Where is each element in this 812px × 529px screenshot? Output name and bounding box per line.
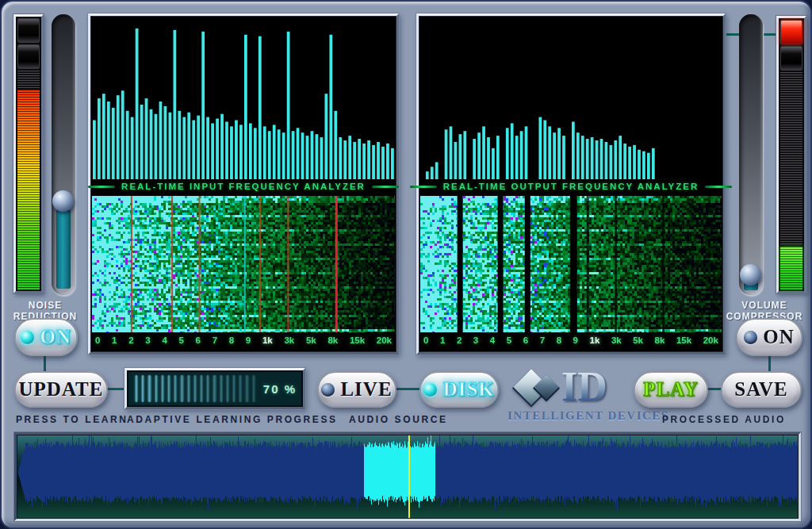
frequency-tick-label: 20k: [377, 335, 392, 345]
progress-segment: [220, 375, 223, 402]
progress-segment: [187, 375, 190, 402]
intelligent-devices-tagline: INTELLIGENT DEVICES: [508, 409, 669, 423]
noise-reduction-on-label: ON: [40, 326, 71, 348]
frequency-tick-label: 4: [162, 335, 167, 345]
adaptive-learning-progress-bar: 70 %: [124, 368, 305, 409]
update-label: UPDATE: [19, 378, 104, 401]
meter-grill: [780, 72, 802, 245]
title-rule-right: [372, 186, 399, 188]
output-spectrum-bars: [420, 21, 722, 179]
frequency-tick-label: 7: [213, 335, 217, 345]
frequency-tick-label: 5: [507, 335, 511, 345]
noise-reduction-led-icon: [21, 331, 34, 344]
volume-compressor-slider[interactable]: [739, 14, 763, 295]
input-spectrum-bars: [92, 21, 395, 179]
meter-green-bar: [780, 247, 802, 289]
frequency-tick-label: 8: [557, 335, 561, 345]
volume-compressor-on-label: ON: [763, 326, 795, 348]
output-analyzer-title: REAL-TIME OUTPUT FREQUENCY ANALYZER: [420, 180, 722, 193]
progress-segment: [226, 375, 229, 402]
frequency-tick-label: 1k: [590, 335, 600, 345]
progress-segment: [245, 375, 248, 402]
progress-segment: [206, 375, 209, 402]
meter-peak-cell: [17, 18, 40, 43]
progress-segment: [174, 375, 177, 402]
frequency-tick-label: 20k: [703, 335, 718, 345]
volume-compressor-led-icon: [744, 331, 757, 344]
progress-segment: [252, 375, 255, 402]
progress-segment: [200, 375, 203, 402]
noise-reduction-slider[interactable]: [52, 14, 75, 295]
output-spectrogram: [420, 196, 722, 332]
id-logo-text: ID: [561, 368, 607, 406]
frequency-tick-label: 5: [178, 335, 183, 345]
progress-segment: [180, 375, 183, 402]
noise-reduction-on-button[interactable]: ON: [14, 318, 78, 356]
frequency-tick-label: 4: [490, 335, 495, 345]
progress-segment: [193, 375, 197, 402]
volume-compressor-on-button[interactable]: ON: [736, 318, 802, 356]
frequency-tick-label: 1: [112, 335, 117, 345]
progress-segment: [141, 375, 144, 402]
frequency-tick-label: 2: [128, 335, 133, 345]
frequency-tick-label: 15k: [350, 335, 365, 345]
input-analyzer-title: REAL-TIME INPUT FREQUENCY ANALYZER: [92, 180, 395, 193]
progress-segment: [167, 375, 170, 402]
frequency-tick-label: 3k: [611, 335, 622, 345]
output-analyzer-panel: REAL-TIME OUTPUT FREQUENCY ANALYZER 0123…: [416, 13, 726, 355]
update-button[interactable]: UPDATE: [14, 371, 108, 408]
progress-segment: [213, 375, 216, 402]
audio-source-caption: AUDIO SOURCE: [349, 414, 448, 425]
live-button[interactable]: LIVE: [317, 371, 396, 408]
intelligent-devices-logo: ID: [517, 367, 607, 407]
frequency-tick-label: 2: [457, 335, 462, 345]
wire-play-to-save: [707, 388, 722, 390]
frequency-tick-label: 6: [523, 335, 528, 345]
frequency-tick-label: 6: [196, 335, 201, 345]
play-label: PLAY: [643, 378, 699, 401]
press-to-learn-caption: PRESS TO LEARN: [16, 414, 128, 425]
frequency-tick-label: 8: [229, 335, 234, 345]
frequency-tick-label: 9: [573, 335, 578, 345]
title-rule-left: [88, 186, 115, 188]
output-frequency-scale: 01234567891k3k5k8k15k20k: [423, 335, 718, 345]
frequency-tick-label: 9: [246, 335, 251, 345]
noise-reduction-slider-knob[interactable]: [52, 190, 74, 212]
app-window: NOISE REDUCTION ON REAL-TIME INPUT FREQU…: [0, 0, 812, 529]
frequency-tick-label: 3: [145, 335, 150, 345]
live-label: LIVE: [340, 378, 392, 401]
waveform-display[interactable]: [17, 435, 798, 518]
live-led-icon: [321, 383, 335, 397]
save-button[interactable]: SAVE: [721, 371, 802, 408]
disk-button[interactable]: DISK: [419, 371, 499, 408]
progress-segment: [147, 375, 151, 402]
progress-segment: [239, 375, 242, 402]
input-analyzer-panel: REAL-TIME INPUT FREQUENCY ANALYZER 01234…: [88, 13, 399, 355]
wire-live-to-disk: [396, 388, 419, 390]
frequency-tick-label: 1: [440, 335, 445, 345]
frequency-tick-label: 15k: [676, 335, 691, 345]
frequency-tick-label: 5k: [306, 335, 316, 345]
title-rule-left: [410, 186, 437, 188]
slider-track-fill: [56, 209, 71, 289]
progress-percent: 70 %: [263, 382, 297, 396]
progress-segment: [155, 375, 158, 402]
frequency-tick-label: 5k: [633, 335, 643, 345]
meter-grill: [17, 71, 40, 88]
save-label: SAVE: [734, 378, 787, 401]
frequency-tick-label: 0: [423, 335, 428, 345]
title-rule-right: [705, 186, 732, 188]
volume-compressor-slider-knob[interactable]: [740, 264, 761, 286]
frequency-tick-label: 7: [540, 335, 545, 345]
input-spectrogram: [92, 196, 395, 332]
frequency-tick-label: 3: [473, 335, 478, 345]
meter-peak-cell: [780, 46, 802, 71]
processed-audio-caption: PROCESSED AUDIO: [662, 414, 786, 425]
waveform-display-frame: [14, 432, 801, 521]
meter-peak-cell: [17, 44, 40, 69]
disk-label: DISK: [442, 378, 494, 401]
input-level-meter: [13, 14, 44, 293]
frequency-tick-label: 3k: [284, 335, 294, 345]
play-button[interactable]: PLAY: [634, 371, 708, 408]
input-frequency-scale: 01234567891k3k5k8k15k20k: [95, 335, 392, 345]
